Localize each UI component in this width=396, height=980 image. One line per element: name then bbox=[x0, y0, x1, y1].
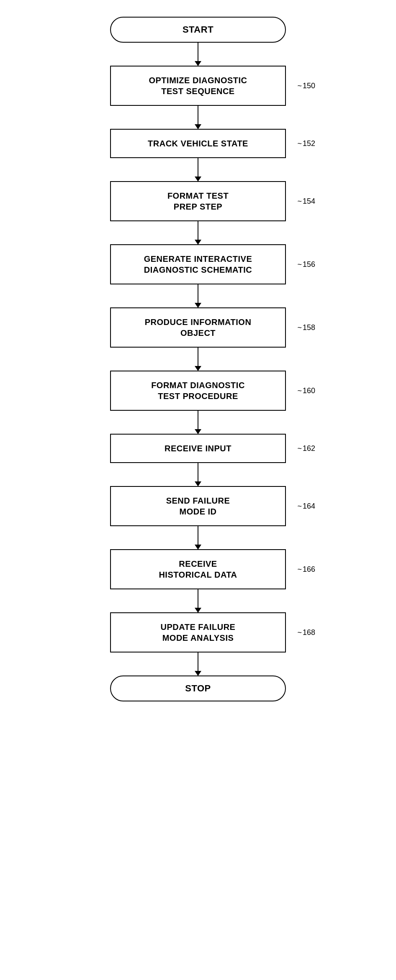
step6-wrapper: FORMAT DIAGNOSTICTEST PROCEDURE 160 bbox=[72, 371, 324, 411]
step1-label: 150 bbox=[297, 82, 315, 90]
step5-node: PRODUCE INFORMATIONOBJECT bbox=[110, 307, 286, 348]
arrow-8 bbox=[198, 463, 199, 486]
step3-wrapper: FORMAT TESTPREP STEP 154 bbox=[72, 181, 324, 221]
flowchart: START OPTIMIZE DIAGNOSTICTEST SEQUENCE 1… bbox=[72, 17, 324, 701]
step10-label: 168 bbox=[297, 628, 315, 637]
step9-wrapper: RECEIVEHISTORICAL DATA 166 bbox=[72, 549, 324, 589]
step1-node: OPTIMIZE DIAGNOSTICTEST SEQUENCE bbox=[110, 66, 286, 106]
arrow-1 bbox=[198, 43, 199, 66]
step6-label: 160 bbox=[297, 386, 315, 395]
step10-node: UPDATE FAILUREMODE ANALYSIS bbox=[110, 612, 286, 652]
step9-label: 166 bbox=[297, 565, 315, 574]
step8-label: 164 bbox=[297, 502, 315, 511]
step5-wrapper: PRODUCE INFORMATIONOBJECT 158 bbox=[72, 307, 324, 348]
step9-node: RECEIVEHISTORICAL DATA bbox=[110, 549, 286, 589]
step6-node: FORMAT DIAGNOSTICTEST PROCEDURE bbox=[110, 371, 286, 411]
step7-wrapper: RECEIVE INPUT 162 bbox=[72, 434, 324, 463]
step4-label: 156 bbox=[297, 260, 315, 269]
arrow-2 bbox=[198, 106, 199, 129]
step2-label: 152 bbox=[297, 139, 315, 148]
step5-label: 158 bbox=[297, 323, 315, 332]
stop-node-wrapper: STOP bbox=[72, 676, 324, 701]
step10-wrapper: UPDATE FAILUREMODE ANALYSIS 168 bbox=[72, 612, 324, 652]
step3-node: FORMAT TESTPREP STEP bbox=[110, 181, 286, 221]
step4-wrapper: GENERATE INTERACTIVEDIAGNOSTIC SCHEMATIC… bbox=[72, 244, 324, 284]
stop-node: STOP bbox=[110, 676, 286, 701]
step2-node: TRACK VEHICLE STATE bbox=[110, 129, 286, 158]
step1-wrapper: OPTIMIZE DIAGNOSTICTEST SEQUENCE 150 bbox=[72, 66, 324, 106]
start-node-wrapper: START bbox=[72, 17, 324, 43]
arrow-10 bbox=[198, 589, 199, 612]
arrow-6 bbox=[198, 348, 199, 371]
arrow-5 bbox=[198, 284, 199, 307]
arrow-9 bbox=[198, 526, 199, 549]
arrow-4 bbox=[198, 221, 199, 244]
step3-label: 154 bbox=[297, 197, 315, 206]
step7-node: RECEIVE INPUT bbox=[110, 434, 286, 463]
arrow-3 bbox=[198, 158, 199, 181]
step8-wrapper: SEND FAILUREMODE ID 164 bbox=[72, 486, 324, 526]
start-node: START bbox=[110, 17, 286, 43]
step2-wrapper: TRACK VEHICLE STATE 152 bbox=[72, 129, 324, 158]
step7-label: 162 bbox=[297, 444, 315, 453]
arrow-7 bbox=[198, 411, 199, 434]
arrow-11 bbox=[198, 652, 199, 676]
step8-node: SEND FAILUREMODE ID bbox=[110, 486, 286, 526]
step4-node: GENERATE INTERACTIVEDIAGNOSTIC SCHEMATIC bbox=[110, 244, 286, 284]
